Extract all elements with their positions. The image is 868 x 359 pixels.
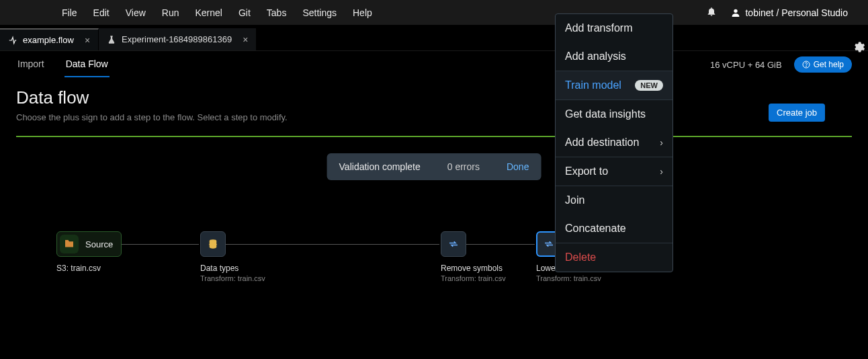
flow-node-datatypes[interactable]: Data types Transform: train.csv (200, 231, 265, 282)
flow-canvas[interactable]: Validation complete 0 errors Done Source… (16, 136, 852, 351)
menu-git[interactable]: Git (230, 3, 259, 22)
menu-edit[interactable]: Edit (85, 3, 118, 22)
user-icon (730, 7, 741, 18)
flow-node-source[interactable]: Source S3: train.csv (56, 231, 122, 273)
close-icon[interactable]: × (243, 34, 248, 45)
settings-gear-icon[interactable] (852, 40, 865, 56)
transform-icon (441, 231, 466, 257)
menu-settings[interactable]: Settings (294, 3, 345, 22)
flask-icon (107, 35, 116, 44)
chevron-right-icon: › (660, 166, 663, 177)
validation-status: Validation complete (339, 161, 421, 172)
get-help-button[interactable]: Get help (794, 56, 852, 73)
ctx-add-analysis[interactable]: Add analysis (556, 42, 672, 71)
help-icon (802, 61, 810, 69)
menu-kernel[interactable]: Kernel (187, 3, 230, 22)
subnav: Import Data Flow (16, 52, 110, 77)
validation-done-button[interactable]: Done (507, 161, 529, 172)
close-icon[interactable]: × (85, 35, 90, 46)
notifications-icon[interactable] (699, 2, 724, 23)
flow-edge (110, 244, 199, 245)
menu-help[interactable]: Help (345, 3, 380, 22)
validation-toast: Validation complete 0 errors Done (327, 153, 541, 180)
ctx-concatenate[interactable]: Concatenate (556, 214, 672, 243)
ctx-join[interactable]: Join (556, 186, 672, 214)
svg-point-0 (734, 9, 738, 12)
source-label: Source (85, 239, 113, 249)
ctx-get-data-insights[interactable]: Get data insights (556, 99, 672, 128)
source-icon (60, 235, 79, 253)
node-subcaption: Transform: train.csv (200, 274, 265, 282)
node-subcaption: Transform: train.csv (536, 274, 601, 282)
file-tab-experiment[interactable]: Experiment-1684989861369 × (99, 28, 257, 50)
node-caption: Remove symbols (441, 264, 506, 273)
database-icon (200, 231, 226, 257)
menu-file[interactable]: File (54, 3, 85, 22)
new-badge: NEW (635, 80, 663, 91)
menu-view[interactable]: View (118, 3, 154, 22)
menu-tabs[interactable]: Tabs (259, 3, 295, 22)
page-description: Choose the plus sign to add a step to th… (16, 112, 852, 122)
svg-point-2 (806, 66, 806, 67)
flow-graph: Source S3: train.csv Data types Transfor… (36, 231, 832, 312)
user-chip[interactable]: tobinet / Personal Studio (724, 3, 855, 22)
chevron-right-icon: › (660, 137, 663, 148)
ctx-export-to[interactable]: Export to › (556, 157, 672, 186)
node-subcaption: Transform: train.csv (441, 274, 506, 282)
file-tab-label: example.flow (23, 35, 74, 45)
flow-node-remove-symbols[interactable]: Remove symbols Transform: train.csv (441, 231, 506, 282)
ctx-add-transform[interactable]: Add transform (556, 14, 672, 42)
user-label: tobinet / Personal Studio (745, 7, 848, 18)
subnav-import[interactable]: Import (16, 52, 46, 77)
subnav-row: Import Data Flow 16 vCPU + 64 GiB Get he… (0, 51, 868, 78)
create-job-button[interactable]: Create job (769, 104, 825, 122)
file-tabbar: example.flow × Experiment-1684989861369 … (0, 28, 868, 51)
resource-text: 16 vCPU + 64 GiB (710, 60, 782, 70)
page-title: Data flow (16, 87, 852, 108)
validation-errors: 0 errors (447, 161, 480, 172)
ctx-add-destination[interactable]: Add destination › (556, 128, 672, 157)
file-tab-example-flow[interactable]: example.flow × (0, 28, 99, 50)
ctx-delete[interactable]: Delete (556, 243, 672, 272)
subnav-data-flow[interactable]: Data Flow (64, 52, 110, 77)
menu-run[interactable]: Run (154, 3, 187, 22)
file-tab-label: Experiment-1684989861369 (122, 34, 232, 44)
node-context-menu: Add transform Add analysis Train model N… (555, 13, 673, 272)
ctx-train-model[interactable]: Train model NEW (556, 71, 672, 99)
get-help-label: Get help (814, 60, 844, 69)
node-caption: S3: train.csv (56, 264, 122, 273)
node-caption: Data types (200, 264, 265, 273)
flow-icon (8, 36, 17, 45)
menubar: File Edit View Run Kernel Git Tabs Setti… (0, 0, 868, 26)
page-header: Data flow Choose the plus sign to add a … (0, 78, 868, 126)
